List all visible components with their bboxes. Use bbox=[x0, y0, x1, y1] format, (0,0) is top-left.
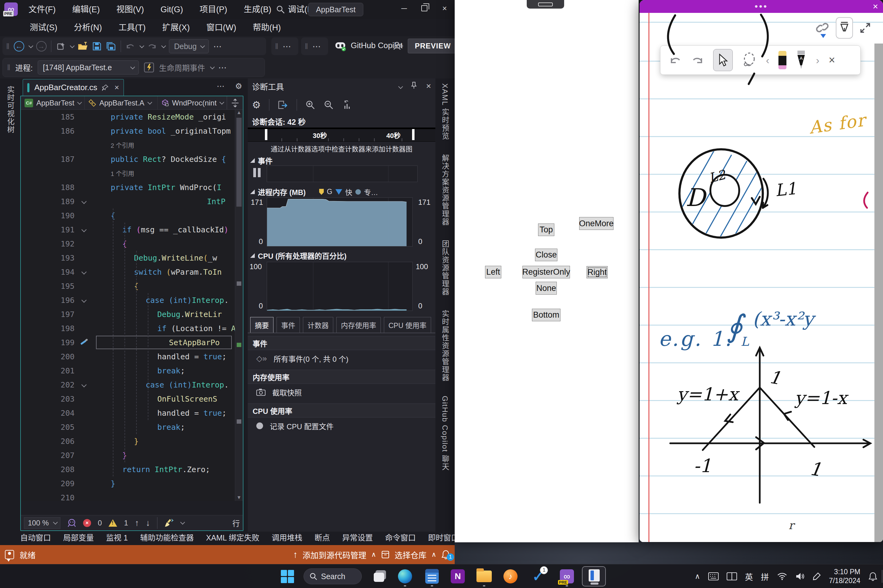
toolbar-overflow-button[interactable]: ⋯ bbox=[312, 41, 322, 51]
code-line[interactable]: 188private IntPtr WndProc(I bbox=[21, 180, 243, 194]
tab-command-window[interactable]: 命令窗口 bbox=[385, 532, 416, 545]
memory-section-header[interactable]: 进程内存 (MB) G 快 专… bbox=[250, 186, 378, 197]
tab-autos-window[interactable]: 自动窗口 bbox=[20, 532, 51, 545]
screen-clip-toolbar[interactable] bbox=[527, 0, 564, 9]
cpu-section-header[interactable]: CPU (所有处理器的百分比) bbox=[250, 250, 346, 261]
taskbar-search[interactable]: Search bbox=[304, 568, 362, 584]
code-line[interactable]: 190{ bbox=[21, 208, 243, 223]
tab-overflow-button[interactable]: ⋯ bbox=[217, 81, 225, 91]
menu-extensions[interactable]: 扩展(X) bbox=[154, 19, 198, 36]
debug-configuration-dropdown[interactable]: Debug bbox=[169, 39, 209, 53]
editor-tab-appbarcreator[interactable]: AppBarCreator.cs × bbox=[23, 79, 124, 96]
diagnostics-timeline-ruler[interactable]: 30秒 40秒 bbox=[248, 128, 435, 142]
lifecycle-chevron-icon[interactable] bbox=[210, 64, 215, 69]
back-chevron-icon[interactable] bbox=[28, 43, 33, 48]
split-editor-button[interactable] bbox=[227, 96, 243, 110]
restore-button[interactable] bbox=[414, 0, 435, 16]
navigate-forward-button[interactable]: → bbox=[36, 41, 46, 51]
notes-titlebar[interactable]: ••• × bbox=[640, 0, 883, 13]
code-line[interactable]: 210 bbox=[21, 490, 243, 501]
menu-help[interactable]: 帮助(H) bbox=[244, 19, 289, 36]
search-input[interactable]: AppBarTest bbox=[308, 3, 363, 16]
push-arrow-icon[interactable]: ↑ bbox=[293, 549, 298, 560]
notifications-bell[interactable]: 1 bbox=[441, 550, 450, 560]
show-desktop-button[interactable] bbox=[882, 570, 882, 583]
pin-icon[interactable] bbox=[102, 84, 109, 92]
tab-locals[interactable]: 局部变量 bbox=[63, 532, 94, 545]
code-health-icon[interactable] bbox=[67, 518, 76, 528]
scroll-down-arrow-icon[interactable]: ▼ bbox=[235, 495, 243, 500]
undo-icon[interactable] bbox=[125, 42, 135, 51]
menu-analyze[interactable]: 分析(N) bbox=[66, 19, 110, 36]
code-lens-row[interactable]: 1 个引用 bbox=[21, 166, 243, 180]
memory-chart[interactable] bbox=[267, 197, 413, 246]
titlebar-dots[interactable]: ••• bbox=[754, 3, 768, 9]
breadcrumb-class[interactable]: AppBarTest.A bbox=[85, 96, 157, 110]
code-line[interactable]: 187public Rect? DockedSize { bbox=[21, 152, 243, 166]
sidebar-tab-solution-explorer[interactable]: 解决方案资源管理器 bbox=[440, 154, 450, 226]
tab-exception-settings[interactable]: 异常设置 bbox=[342, 532, 373, 545]
toolbar-grip[interactable]: ‖ bbox=[275, 42, 278, 51]
close-button[interactable]: Close bbox=[535, 249, 558, 261]
menu-file[interactable]: 文件(F) bbox=[20, 0, 64, 19]
code-line[interactable]: 200handled = true; bbox=[21, 350, 243, 364]
right-button[interactable]: Right bbox=[586, 266, 608, 278]
code-line[interactable]: 209} bbox=[21, 476, 243, 490]
left-button[interactable]: Left bbox=[485, 266, 501, 278]
github-copilot-icon[interactable] bbox=[334, 39, 346, 51]
close-button[interactable]: × bbox=[435, 0, 455, 16]
menu-project[interactable]: 项目(P) bbox=[191, 0, 235, 19]
quick-actions-icon[interactable] bbox=[80, 339, 88, 346]
none-button[interactable]: None bbox=[536, 282, 557, 295]
tab-breakpoints[interactable]: 断点 bbox=[315, 532, 330, 545]
top-button[interactable]: Top bbox=[538, 224, 554, 236]
touch-keyboard-icon[interactable] bbox=[708, 572, 719, 580]
tab-immediate-window[interactable]: 即时窗口 bbox=[428, 532, 459, 545]
open-folder-icon[interactable] bbox=[78, 42, 88, 51]
notes-page[interactable]: ‹ A › × bbox=[640, 13, 883, 542]
tab-counters[interactable]: 计数器 bbox=[303, 317, 333, 333]
feedback-icon[interactable] bbox=[5, 550, 14, 559]
menu-git[interactable]: Git(G) bbox=[152, 0, 191, 19]
tab-call-stack[interactable]: 调用堆栈 bbox=[271, 532, 302, 545]
code-line[interactable]: 199SetAppBarPo bbox=[21, 335, 243, 350]
pause-events-icon[interactable] bbox=[253, 168, 261, 177]
menu-edit[interactable]: 编辑(E) bbox=[64, 0, 108, 19]
error-count[interactable]: 0 bbox=[98, 519, 102, 527]
sidebar-tab-live-visual-tree[interactable]: 实时可视化树 bbox=[5, 86, 16, 134]
menu-window[interactable]: 窗口(W) bbox=[198, 19, 244, 36]
zoom-out-icon[interactable] bbox=[324, 100, 334, 110]
toolbar-grip[interactable]: ‖ bbox=[6, 42, 9, 51]
search-icon[interactable] bbox=[276, 5, 285, 14]
save-icon[interactable] bbox=[92, 42, 102, 51]
lifecycle-events-label[interactable]: 生命周期事件 bbox=[159, 62, 205, 73]
menu-build[interactable]: 生成(B) bbox=[235, 0, 280, 19]
navigate-back-button[interactable]: ← bbox=[14, 41, 24, 51]
warning-count-icon[interactable] bbox=[108, 519, 117, 526]
error-count-icon[interactable]: × bbox=[83, 519, 91, 527]
take-snapshot-link[interactable]: 截取快照 bbox=[248, 384, 435, 400]
notification-bell-icon[interactable] bbox=[868, 572, 877, 581]
virtual-desktop-icon[interactable] bbox=[727, 572, 737, 580]
menu-tools[interactable]: 工具(T) bbox=[110, 19, 154, 36]
media-app-icon[interactable]: ♪ bbox=[503, 568, 518, 584]
prev-issue-arrow-icon[interactable]: ↑ bbox=[135, 518, 139, 528]
code-cleanup-broom-icon[interactable] bbox=[164, 518, 174, 528]
toolbar-grip[interactable]: ‖ bbox=[305, 42, 308, 51]
repository-icon[interactable] bbox=[381, 550, 390, 559]
cpu-chart[interactable] bbox=[267, 262, 413, 311]
code-line[interactable]: 189IntP bbox=[21, 194, 243, 208]
breadcrumb-method[interactable]: WndProc(nint bbox=[157, 96, 227, 110]
toolbar-grip[interactable]: ‖ bbox=[7, 63, 10, 72]
editor-zoom-dropdown[interactable]: 100 % bbox=[24, 517, 60, 529]
ruler-range-handle[interactable] bbox=[265, 129, 267, 140]
record-cpu-profile-link[interactable]: 记录 CPU 配置文件 bbox=[248, 417, 435, 434]
sidebar-tab-team-explorer[interactable]: 团队资源管理器 bbox=[440, 240, 450, 296]
code-line[interactable]: 208return IntPtr.Zero; bbox=[21, 462, 243, 476]
code-line[interactable]: 201break; bbox=[21, 364, 243, 378]
export-icon[interactable] bbox=[277, 100, 288, 110]
next-issue-arrow-icon[interactable]: ↓ bbox=[146, 518, 150, 528]
add-to-source-control-button[interactable]: 添加到源代码管理 bbox=[303, 549, 366, 560]
code-line[interactable]: 195{ bbox=[21, 279, 243, 293]
process-dropdown[interactable]: [1748] AppBarTest.e bbox=[38, 60, 139, 75]
